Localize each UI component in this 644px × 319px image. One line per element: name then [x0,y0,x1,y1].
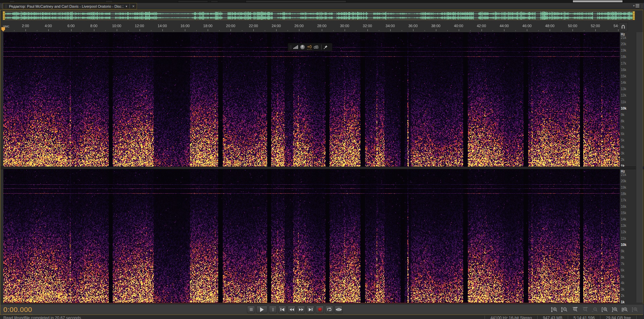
skip-selection-button[interactable] [335,306,343,313]
timeline-tick-label: 46:00 [523,24,532,28]
tab-close-icon[interactable]: × [132,5,135,8]
timeline-tick-label: 4:00 [45,24,52,28]
skip-to-start-button[interactable] [278,306,286,313]
skip-selection-icon [340,308,342,311]
zoom-out-horizontal-button[interactable] [580,306,589,313]
skip-to-end-button[interactable] [306,306,314,313]
timeline-tick [447,30,448,31]
timeline-tick [573,29,573,31]
gain-knob[interactable] [300,45,305,50]
hud-separator [321,45,321,50]
zoom-out-vertical-icon [561,307,568,312]
toolbar-button-partial [9,0,15,3]
waveform-overview-navigator[interactable] [3,11,635,20]
timeline-tick [482,29,482,31]
timeline-tick [94,29,94,31]
frequency-label: 6k [621,268,625,272]
rewind-button[interactable] [288,306,296,313]
magnet-icon [621,24,626,29]
hud-grip-icon[interactable] [290,45,291,49]
timeline-tick [504,29,504,31]
timeline-tick-label: 16:00 [181,24,190,28]
frequency-label: 21k [621,36,626,40]
playback-time-display[interactable]: 0:00.000 [3,306,32,314]
timeline-tick-label: 28:00 [317,24,327,28]
spectrogram-left-channel[interactable] [3,32,620,167]
play-button[interactable] [256,306,267,313]
zoom-in-vertical-icon [551,307,558,312]
timeline-tick-label: 36:00 [408,24,418,28]
timeline-tick [288,30,288,31]
panel-menu-button[interactable]: ▾ [633,4,639,7]
gain-value[interactable]: +0 [307,45,312,50]
gain-unit-label: dB [314,45,319,50]
spectrogram-right-channel[interactable] [3,169,620,303]
timeline-tick [26,29,26,31]
timeline-tick [607,30,607,31]
panel-grip-icon [1,4,2,8]
fast-forward-button[interactable] [297,306,305,313]
frequency-label: 19k [621,49,626,52]
loop-playback-button[interactable] [325,306,333,313]
pause-button[interactable] [269,306,277,313]
overview-left-handle[interactable] [3,11,5,20]
timeline-tick [208,29,208,31]
overview-waveform-canvas[interactable] [3,11,635,20]
frequency-label: 15k [621,74,626,78]
pause-icon [273,308,274,311]
panel-menu-lines-icon [636,5,639,6]
rewind-icon [290,308,292,311]
frequency-label: 8k [621,119,625,123]
channel-divider[interactable] [0,167,644,169]
play-icon [260,307,264,312]
zoom-in-vertical-button[interactable] [550,306,559,313]
timeline-tick [162,29,163,31]
editor-file-tab[interactable]: Редактор: Paul McCartney and Carl Davis … [3,3,137,9]
zoom-out-full-button[interactable] [590,306,599,313]
zoom-vertical-full-button[interactable] [631,306,640,313]
zoom-to-selection-button[interactable] [621,306,630,313]
frequency-label: 16k [621,68,626,72]
timeline-tick-label: 22:00 [249,24,258,28]
timeline-ruler[interactable]: чмс 2:004:006:008:0010:0012:0014:0016:00… [0,21,620,31]
timeline-tick [265,30,265,31]
timeline-tick [14,30,14,31]
status-segment: 44100 Hz 16-bit Stereo [485,316,537,319]
frequency-label: 14k [621,81,626,84]
tab-dropdown-icon[interactable]: ▾ [126,5,127,8]
zoom-in-horizontal-icon [571,307,578,312]
playhead-marker[interactable] [1,27,5,31]
zoom-to-in-point-icon [601,307,608,312]
timeline-tick [356,30,356,31]
record-button[interactable] [316,306,324,313]
frequency-axis-left: Hz 21k20k19k18k17k16k15k14k13k12k11k10k9… [620,32,636,167]
top-toolbar-cropped [0,0,644,3]
panel-menu-dropdown-icon: ▾ [633,4,635,7]
snap-toggle-button[interactable] [618,22,628,31]
zoom-to-out-point-button[interactable] [610,306,620,313]
pin-hud-icon[interactable] [324,45,328,49]
timeline-tick [527,29,527,31]
skip-to-start-icon [282,308,284,311]
vertical-scrollbar[interactable] [636,32,643,303]
frequency-label: 4k [621,281,625,285]
status-segment: 947.43 MB [538,316,568,319]
timeline-tick-label: 2:00 [22,24,29,28]
frequency-label: 5k [621,275,625,278]
stop-button[interactable] [247,306,255,313]
overview-right-handle[interactable] [633,11,635,20]
frequency-label: 2k [621,294,625,298]
levels-icon[interactable] [293,45,298,49]
zoom-out-vertical-button[interactable] [560,306,569,313]
skip-to-end-icon [309,308,311,311]
file-properties-status: 44100 Hz 16-bit Stereo947.43 MB5:14:41.5… [485,316,637,319]
zoom-vertical-full-icon [632,307,639,312]
frequency-label: 12k [621,230,626,234]
volume-hud[interactable]: +0 dB [288,43,333,51]
timeline-tick-label: 24:00 [271,24,281,28]
timeline-tick [83,30,83,31]
timeline-tick-label: 12:00 [135,24,144,28]
zoom-to-in-point-button[interactable] [600,306,609,313]
frequency-label: 18k [621,192,626,196]
zoom-in-horizontal-button[interactable] [570,306,579,313]
